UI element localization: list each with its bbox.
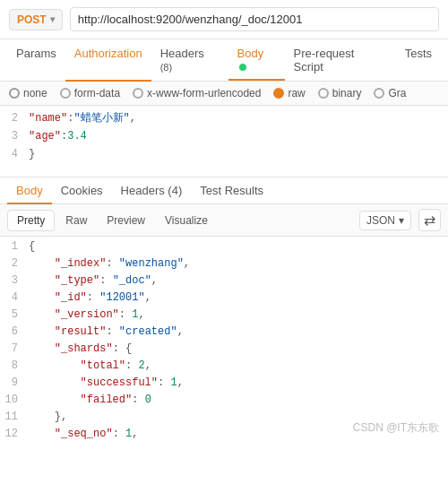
body-type-urlencoded[interactable]: x-www-form-urlencoded: [133, 87, 261, 99]
tab-authorization[interactable]: Authorization: [65, 39, 151, 81]
method-select[interactable]: POST ▾: [9, 9, 63, 30]
response-controls: Pretty Raw Preview Visualize JSON ▾ ⇄: [0, 204, 448, 237]
req-line-2: 2 "name":"蜡笔小新",: [0, 109, 448, 127]
body-type-selector: none form-data x-www-form-urlencoded raw…: [0, 82, 448, 106]
request-editor: 2 "name":"蜡笔小新", 3 "age":3.4 4 }: [0, 106, 448, 177]
url-input[interactable]: [70, 7, 439, 31]
tab-prerequest[interactable]: Pre-request Script: [285, 39, 396, 81]
radio-formdata[interactable]: [60, 88, 71, 99]
chevron-down-icon: ▾: [50, 14, 55, 24]
tab-headers[interactable]: Headers (8): [151, 39, 228, 81]
req-line-3: 3 "age":3.4: [0, 127, 448, 145]
radio-urlencoded[interactable]: [133, 88, 143, 99]
res-line-4: 4 "_id": "12001",: [0, 290, 448, 307]
res-line-2: 2 "_index": "wenzhang",: [0, 255, 448, 272]
res-line-10: 10 "failed": 0: [0, 392, 448, 409]
res-line-1: 1 {: [0, 238, 448, 255]
view-visualize[interactable]: Visualize: [156, 211, 217, 230]
res-line-13: 13 "_primary_term": 1: [0, 443, 448, 445]
res-tab-cookies[interactable]: Cookies: [52, 177, 112, 203]
res-line-7: 7 "_shards": {: [0, 341, 448, 358]
body-type-formdata[interactable]: form-data: [60, 87, 120, 99]
view-raw[interactable]: Raw: [56, 211, 96, 230]
body-type-binary[interactable]: binary: [318, 87, 362, 99]
view-preview[interactable]: Preview: [98, 211, 154, 230]
res-line-9: 9 "successful": 1,: [0, 375, 448, 392]
req-line-4: 4 }: [0, 145, 448, 163]
wrap-button[interactable]: ⇄: [418, 209, 441, 231]
res-line-8: 8 "total": 2,: [0, 358, 448, 375]
response-body: 1 { 2 "_index": "wenzhang", 3 "_type": "…: [0, 237, 448, 445]
res-tab-body[interactable]: Body: [7, 177, 52, 203]
res-line-5: 5 "_version": 1,: [0, 307, 448, 324]
tab-body[interactable]: Body: [228, 39, 285, 81]
radio-none[interactable]: [9, 88, 20, 99]
radio-raw[interactable]: [273, 88, 284, 99]
chevron-down-icon: ▾: [399, 214, 404, 227]
body-type-none[interactable]: none: [9, 87, 47, 99]
res-tab-headers[interactable]: Headers (4): [112, 177, 192, 203]
res-line-3: 3 "_type": "_doc",: [0, 272, 448, 290]
res-tab-testresults[interactable]: Test Results: [191, 177, 272, 203]
request-tabs: Params Authorization Headers (8) Body Pr…: [0, 39, 448, 82]
url-bar: POST ▾: [0, 0, 448, 39]
view-pretty[interactable]: Pretty: [7, 210, 55, 231]
radio-binary[interactable]: [318, 88, 329, 99]
watermark: CSDN @IT东东歌: [353, 420, 439, 436]
response-tabs: Body Cookies Headers (4) Test Results: [0, 177, 448, 204]
body-active-dot: [239, 64, 246, 71]
radio-graphql[interactable]: [374, 88, 384, 99]
tab-tests[interactable]: Tests: [396, 39, 441, 81]
body-type-raw[interactable]: raw: [273, 87, 305, 99]
json-format-selector[interactable]: JSON ▾: [359, 211, 411, 230]
body-type-graphql[interactable]: Gra: [374, 87, 406, 99]
method-label: POST: [17, 13, 47, 26]
tab-params[interactable]: Params: [7, 39, 65, 81]
res-line-6: 6 "result": "created",: [0, 324, 448, 341]
